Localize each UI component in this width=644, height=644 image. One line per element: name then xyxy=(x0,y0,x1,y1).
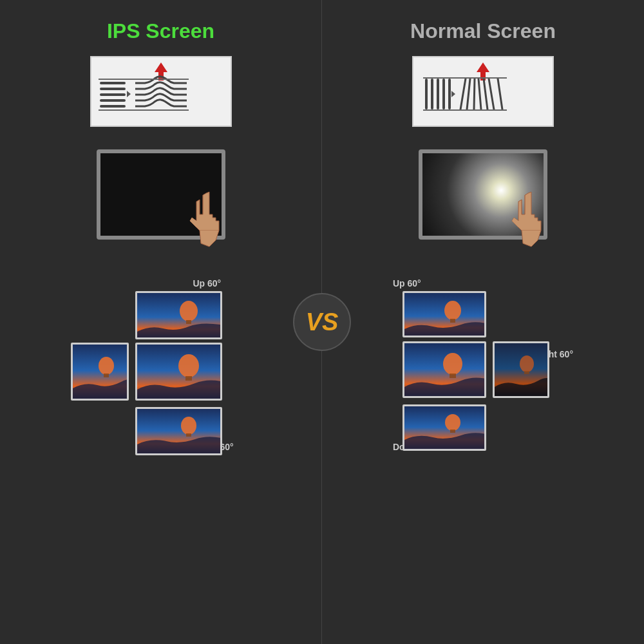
svg-rect-48 xyxy=(450,374,456,378)
svg-marker-0 xyxy=(155,62,167,72)
svg-point-50 xyxy=(520,355,534,372)
svg-rect-6 xyxy=(100,105,126,108)
normal-thumb-center-svg xyxy=(404,343,486,398)
svg-rect-29 xyxy=(442,79,445,109)
normal-thumb-right xyxy=(493,341,549,398)
svg-rect-5 xyxy=(100,99,126,102)
ips-thumb-left xyxy=(71,343,129,401)
normal-hand-svg xyxy=(496,185,547,250)
ips-hand xyxy=(174,185,225,252)
normal-crystal-svg xyxy=(415,59,551,124)
normal-monitor-container xyxy=(412,143,554,246)
svg-point-22 xyxy=(181,417,196,435)
svg-line-36 xyxy=(484,79,488,109)
svg-rect-54 xyxy=(450,430,455,433)
svg-point-13 xyxy=(180,301,198,321)
normal-thumb-down xyxy=(402,404,486,451)
ips-panel: IPS Screen xyxy=(0,0,322,644)
svg-point-16 xyxy=(178,354,199,377)
svg-point-44 xyxy=(444,301,461,320)
svg-rect-2 xyxy=(100,82,126,84)
normal-panel: Normal Screen xyxy=(322,0,644,644)
svg-rect-27 xyxy=(431,79,433,109)
svg-rect-40 xyxy=(423,109,507,111)
ips-crystal-svg xyxy=(93,59,229,124)
svg-rect-30 xyxy=(448,79,451,109)
normal-up-label: Up 60° xyxy=(393,278,421,289)
svg-marker-24 xyxy=(477,62,489,72)
normal-hand xyxy=(496,185,547,252)
ips-title: IPS Screen xyxy=(107,19,214,43)
svg-line-35 xyxy=(478,79,481,109)
normal-thumb-center xyxy=(402,341,486,398)
svg-rect-8 xyxy=(99,79,189,80)
normal-viewing-grid: Up 60° Right 60° Down 60° xyxy=(393,278,573,452)
svg-rect-23 xyxy=(186,433,191,437)
svg-point-53 xyxy=(445,414,460,431)
normal-thumb-up xyxy=(402,291,486,337)
ips-thumb-up-svg xyxy=(137,293,222,339)
svg-line-34 xyxy=(474,79,475,109)
ips-monitor-container xyxy=(90,143,232,246)
svg-rect-14 xyxy=(186,320,191,324)
normal-thumb-right-svg xyxy=(495,343,549,398)
ips-thumb-center-svg xyxy=(137,345,222,401)
svg-point-19 xyxy=(99,357,114,375)
svg-rect-3 xyxy=(100,88,126,90)
ips-diagram xyxy=(90,56,232,127)
svg-rect-51 xyxy=(524,371,529,374)
ips-thumb-left-svg xyxy=(73,345,129,401)
svg-marker-7 xyxy=(127,91,131,97)
svg-line-33 xyxy=(467,79,470,109)
normal-thumb-down-svg xyxy=(404,406,486,451)
ips-up-label: Up 60° xyxy=(193,278,222,289)
ips-thumb-center xyxy=(135,343,222,401)
vs-text: VS xyxy=(306,308,339,336)
ips-hand-svg xyxy=(174,185,225,250)
main-container: IPS Screen xyxy=(0,0,644,644)
svg-rect-39 xyxy=(423,77,507,79)
svg-line-38 xyxy=(498,79,502,109)
svg-rect-26 xyxy=(425,79,428,109)
vs-badge: VS xyxy=(293,293,351,351)
svg-line-32 xyxy=(460,79,466,109)
svg-rect-9 xyxy=(99,109,189,111)
normal-title: Normal Screen xyxy=(410,19,556,43)
ips-viewing-grid: Up 60° Left 60° Down 60° xyxy=(71,278,251,452)
normal-thumb-up-svg xyxy=(404,293,486,337)
svg-rect-45 xyxy=(450,319,455,323)
svg-rect-4 xyxy=(100,93,126,96)
ips-thumb-up xyxy=(135,291,222,339)
ips-thumb-down-svg xyxy=(137,409,222,455)
normal-diagram xyxy=(412,56,554,127)
svg-marker-31 xyxy=(451,91,455,97)
svg-rect-17 xyxy=(185,376,192,381)
svg-line-37 xyxy=(489,79,494,109)
svg-point-47 xyxy=(443,353,462,375)
svg-rect-20 xyxy=(104,374,109,377)
ips-thumb-down xyxy=(135,407,222,455)
svg-rect-28 xyxy=(437,79,439,109)
